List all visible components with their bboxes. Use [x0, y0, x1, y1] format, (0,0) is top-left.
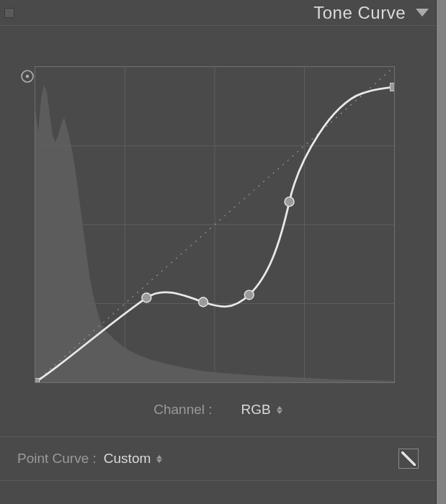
svg-point-10 [142, 293, 151, 302]
panel-header: Tone Curve [0, 0, 436, 26]
scrollbar[interactable] [436, 0, 446, 504]
panel-switch[interactable] [4, 8, 14, 18]
tone-curve-graph[interactable] [35, 66, 395, 383]
point-curve-left: Point Curve : Custom [17, 451, 162, 467]
point-curve-label: Point Curve : [17, 451, 97, 467]
svg-point-1 [26, 75, 29, 78]
updown-icon [156, 455, 162, 463]
channel-value: RGB [241, 402, 271, 418]
channel-row: Channel : RGB [17, 383, 419, 428]
header-right: Tone Curve [313, 3, 429, 23]
curve-area [17, 66, 419, 383]
svg-point-13 [285, 197, 294, 207]
panel-title: Tone Curve [313, 3, 406, 23]
updown-icon [277, 406, 282, 414]
svg-point-11 [199, 297, 208, 307]
tone-curve-panel: Tone Curve Channel : RGB [0, 0, 436, 504]
channel-label: Channel : [153, 402, 212, 418]
point-curve-toggle-icon[interactable] [398, 449, 419, 469]
svg-rect-14 [391, 83, 394, 91]
targeted-adjustment-icon[interactable] [20, 69, 35, 84]
svg-point-12 [244, 290, 254, 300]
point-curve-dropdown[interactable]: Custom [104, 451, 162, 467]
point-curve-value: Custom [104, 451, 151, 467]
collapse-icon[interactable] [416, 9, 429, 17]
curve-section: Channel : RGB [0, 26, 436, 437]
channel-dropdown[interactable]: RGB [241, 402, 282, 418]
svg-rect-9 [35, 379, 39, 382]
point-curve-section: Point Curve : Custom [0, 437, 436, 481]
